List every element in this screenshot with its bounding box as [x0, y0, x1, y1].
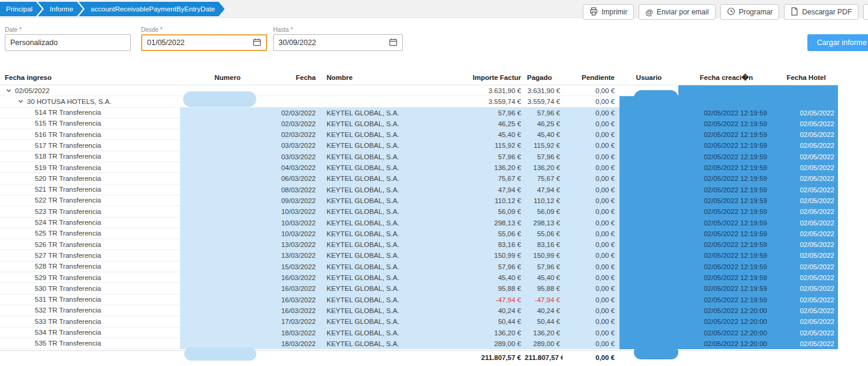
cell-fecha-ingreso: 522 TR Transferencia	[0, 195, 180, 206]
desde-input[interactable]	[147, 38, 249, 47]
cell-fecha-ingreso: 525 TR Transferencia	[0, 228, 180, 239]
cell-nombre: KEYTEL GLOBAL, S.A.	[321, 328, 468, 338]
table-row[interactable]: 516 TR Transferencia 02/03/2022 KEYTEL G…	[0, 129, 838, 140]
cell-fecha-hotel: 02/05/2022	[774, 250, 838, 261]
col-header-importe[interactable]: Importe Factur	[468, 70, 525, 85]
table-row[interactable]: 521 TR Transferencia 08/03/2022 KEYTEL G…	[0, 185, 838, 195]
table-row[interactable]: 514 TR Transferencia 02/03/2022 KEYTEL G…	[0, 108, 838, 118]
col-header-fecha-ingreso[interactable]: Fecha ingreso	[0, 70, 180, 85]
table-row[interactable]: 529 TR Transferencia 16/03/2022 KEYTEL G…	[0, 272, 838, 283]
table-body: 02/05/2022 3.631,90 € 3.631,90 € 0,00 € …	[0, 85, 868, 349]
cell-importe: 136,20 €	[468, 328, 525, 338]
print-button-label: Imprimir	[601, 8, 627, 16]
cell-pendiente: 0,00 €	[562, 151, 619, 162]
col-header-fecha-hotel[interactable]: Fecha Hotel	[774, 70, 838, 85]
table-row[interactable]: 535 TR Transferencia 18/03/2022 KEYTEL G…	[0, 338, 838, 349]
table-row[interactable]: 523 TR Transferencia 10/03/2022 KEYTEL G…	[0, 206, 838, 217]
print-button[interactable]: Imprimir	[583, 4, 634, 20]
desde-field[interactable]	[141, 34, 267, 51]
cell-numero	[180, 108, 275, 118]
table-row[interactable]: 518 TR Transferencia 03/03/2022 KEYTEL G…	[0, 151, 838, 162]
col-header-usuario[interactable]: Usuario	[619, 70, 678, 85]
col-header-pendiente[interactable]: Pendiente	[562, 70, 619, 85]
col-header-pagado[interactable]: Pagado	[525, 70, 562, 85]
table-row[interactable]: 525 TR Transferencia 10/03/2022 KEYTEL G…	[0, 228, 838, 239]
col-header-nombre[interactable]: Nombre	[321, 70, 468, 85]
cell-pendiente: 0,00 €	[562, 328, 619, 338]
date-type-input[interactable]	[10, 38, 125, 47]
cell-fecha: 13/03/2022	[275, 239, 321, 250]
group-row-client[interactable]: 30 HOTUSA HOTELS, S.A. 3.559,74 € 3.559,…	[0, 96, 838, 107]
chevron-down-icon[interactable]	[6, 85, 11, 96]
cell-pagado: 45,40 €	[525, 129, 562, 140]
total-pagado: 211.807,57 €	[525, 351, 562, 364]
cell-fecha-hotel: 02/05/2022	[774, 239, 838, 250]
table-row[interactable]: 527 TR Transferencia 13/03/2022 KEYTEL G…	[0, 250, 838, 261]
schedule-button[interactable]: Programar	[720, 4, 780, 20]
table-row[interactable]: 528 TR Transferencia 15/03/2022 KEYTEL G…	[0, 261, 838, 272]
table-row[interactable]: 533 TR Transferencia 17/03/2022 KEYTEL G…	[0, 316, 838, 327]
table-row[interactable]: 515 TR Transferencia 02/03/2022 KEYTEL G…	[0, 118, 838, 129]
table-row[interactable]: 526 TR Transferencia 13/03/2022 KEYTEL G…	[0, 239, 838, 250]
cell-numero	[180, 173, 275, 184]
table-row[interactable]: 517 TR Transferencia 03/03/2022 KEYTEL G…	[0, 140, 838, 151]
cell-fecha-hotel: 02/05/2022	[774, 185, 838, 195]
cell-pendiente: 0,00 €	[562, 272, 619, 283]
cutoff-button[interactable]	[863, 4, 868, 20]
col-header-fecha[interactable]: Fecha	[275, 70, 321, 85]
chevron-down-icon[interactable]	[18, 96, 23, 107]
load-report-button[interactable]: Cargar informe	[807, 34, 868, 51]
cell-usuario	[619, 195, 678, 206]
cell-usuario	[619, 218, 678, 228]
table-row[interactable]: 522 TR Transferencia 09/03/2022 KEYTEL G…	[0, 195, 838, 206]
cell-importe: 115,92 €	[468, 140, 525, 151]
breadcrumb-principal[interactable]: Principal	[0, 2, 42, 16]
table-row[interactable]: 530 TR Transferencia 16/03/2022 KEYTEL G…	[0, 283, 838, 294]
cell-fecha-creacion: 02/05/2022 12:19:59	[678, 228, 774, 239]
cell-numero	[180, 328, 275, 338]
table-row[interactable]: 531 TR Transferencia 16/03/2022 KEYTEL G…	[0, 294, 838, 305]
cell-pagado: -47,94 €	[525, 294, 562, 305]
cell-fecha-creacion: 02/05/2022 12:19:59	[678, 283, 774, 294]
table-row[interactable]: 520 TR Transferencia 06/03/2022 KEYTEL G…	[0, 173, 838, 184]
breadcrumb-informe[interactable]: Informe	[38, 2, 83, 16]
cell-nombre: KEYTEL GLOBAL, S.A.	[321, 195, 468, 206]
cell-numero	[180, 305, 275, 316]
hasta-input[interactable]	[279, 38, 385, 47]
cell-fecha-ingreso: 531 TR Transferencia	[0, 294, 180, 305]
download-pdf-button[interactable]: Descargar PDF	[784, 4, 858, 20]
table-row[interactable]: 532 TR Transferencia 16/03/2022 KEYTEL G…	[0, 305, 838, 316]
table-row[interactable]: 519 TR Transferencia 04/03/2022 KEYTEL G…	[0, 162, 838, 173]
cell-usuario	[619, 338, 678, 349]
date-type-field[interactable]	[5, 34, 131, 51]
cell-nombre: KEYTEL GLOBAL, S.A.	[321, 140, 468, 151]
cell-fecha-hotel: 02/05/2022	[774, 151, 838, 162]
cell-fecha: 16/03/2022	[275, 305, 321, 316]
hasta-field[interactable]	[273, 34, 403, 51]
cell-importe: -47,94 €	[468, 294, 525, 305]
cell-usuario	[619, 162, 678, 173]
totals-row: 211.807,57 € 211.807,57 € 0,00 €	[0, 350, 838, 364]
calendar-icon[interactable]	[389, 38, 397, 48]
group-row-date[interactable]: 02/05/2022 3.631,90 € 3.631,90 € 0,00 €	[0, 85, 838, 96]
report-page: Principal Informe accountReceivablePayme…	[0, 0, 868, 366]
table-header: Fecha ingreso Numero Fecha Nombre Import…	[0, 70, 838, 85]
cell-nombre: KEYTEL GLOBAL, S.A.	[321, 239, 468, 250]
cell-fecha-creacion: 02/05/2022 12:19:59	[678, 151, 774, 162]
download-pdf-button-label: Descargar PDF	[802, 8, 852, 16]
send-email-button[interactable]: @ Enviar por email	[639, 4, 715, 20]
cell-fecha-hotel: 02/05/2022	[774, 283, 838, 294]
cell-pagado: 150,99 €	[525, 250, 562, 261]
col-header-fecha-creacion[interactable]: Fecha creaci�n	[678, 70, 774, 85]
cell-fecha-ingreso: 533 TR Transferencia	[0, 316, 180, 327]
col-header-numero[interactable]: Numero	[180, 70, 275, 85]
cell-fecha-creacion: 02/05/2022 12:19:59	[678, 218, 774, 228]
table-row[interactable]: 534 TR Transferencia 18/03/2022 KEYTEL G…	[0, 328, 838, 338]
cell-fecha: 13/03/2022	[275, 250, 321, 261]
breadcrumb-report-name[interactable]: accountReceivablePaymentByEntryDate	[79, 2, 225, 16]
cell-fecha: 03/03/2022	[275, 140, 321, 151]
calendar-icon[interactable]	[253, 38, 261, 48]
cell-pendiente: 0,00 €	[562, 283, 619, 294]
table-row[interactable]: 524 TR Transferencia 10/03/2022 KEYTEL G…	[0, 218, 838, 228]
cell-fecha-ingreso: 534 TR Transferencia	[0, 328, 180, 338]
